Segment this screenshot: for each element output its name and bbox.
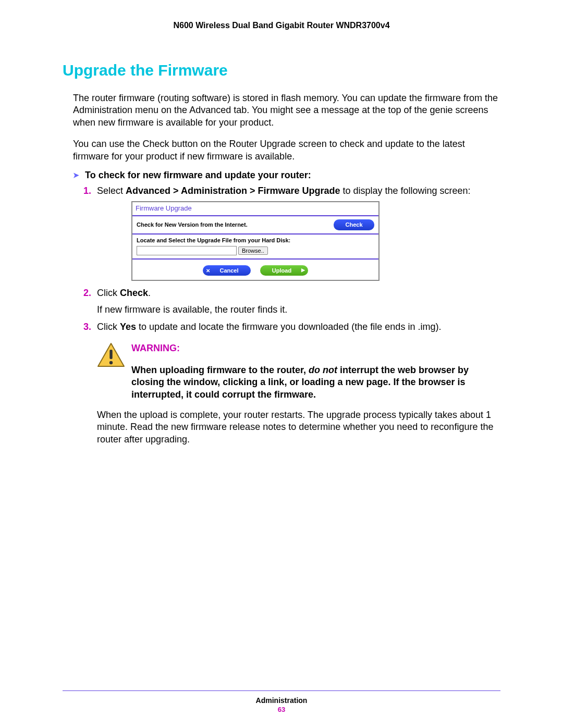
page-title: Upgrade the Firmware bbox=[63, 61, 500, 79]
warning-icon bbox=[97, 342, 125, 401]
step-text-bold: Check bbox=[120, 288, 148, 298]
arrow-right-icon: ▶ bbox=[301, 267, 305, 274]
step-text-bold: Advanced > Administration > Firmware Upg… bbox=[126, 186, 340, 196]
step-text: . bbox=[148, 288, 151, 298]
step-text: Select bbox=[97, 186, 126, 196]
check-version-row: Check for New Version from the Internet.… bbox=[132, 216, 378, 234]
warning-label: WARNING: bbox=[131, 342, 500, 354]
panel-footer: ✕ Cancel Upload ▶ bbox=[132, 260, 378, 280]
step-subtext: If new firmware is available, the router… bbox=[97, 304, 500, 316]
step-text: Click bbox=[97, 322, 120, 332]
firmware-upgrade-panel: Firmware Upgrade Check for New Version f… bbox=[131, 201, 380, 281]
check-version-label: Check for New Version from the Internet. bbox=[137, 221, 248, 228]
locate-file-row: Locate and Select the Upgrade File from … bbox=[132, 235, 378, 260]
cancel-button-label: Cancel bbox=[219, 267, 238, 274]
panel-title: Firmware Upgrade bbox=[132, 202, 378, 216]
step-number: 1. bbox=[83, 185, 91, 197]
cancel-button[interactable]: ✕ Cancel bbox=[203, 265, 251, 276]
svg-rect-1 bbox=[109, 350, 112, 359]
upload-button[interactable]: Upload ▶ bbox=[260, 265, 308, 276]
locate-file-label: Locate and Select the Upgrade File from … bbox=[137, 237, 374, 244]
browse-button[interactable]: Browse.. bbox=[238, 246, 268, 255]
svg-point-2 bbox=[109, 361, 113, 364]
procedure-arrow-icon: ➤ bbox=[73, 171, 79, 179]
step-2: 2. Click Check. If new firmware is avail… bbox=[83, 287, 500, 316]
step-1: 1. Select Advanced > Administration > Fi… bbox=[83, 185, 500, 281]
step-number: 3. bbox=[83, 321, 91, 333]
warning-body: When uploading firmware to the router, d… bbox=[131, 364, 500, 401]
step-text: to update and locate the firmware you do… bbox=[136, 322, 441, 332]
close-icon: ✕ bbox=[206, 267, 210, 274]
procedure-heading: ➤ To check for new firmware and update y… bbox=[73, 170, 500, 181]
warning-block: WARNING: When uploading firmware to the … bbox=[97, 342, 500, 401]
step-text: to display the following screen: bbox=[340, 186, 470, 196]
step-text-bold: Yes bbox=[120, 322, 136, 332]
upload-button-label: Upload bbox=[272, 267, 291, 274]
closing-paragraph: When the upload is complete, your router… bbox=[97, 409, 500, 446]
page-footer: Administration 63 bbox=[63, 690, 500, 713]
step-3: 3. Click Yes to update and locate the fi… bbox=[83, 321, 500, 333]
procedure-title: To check for new firmware and update you… bbox=[85, 170, 311, 180]
footer-page-number: 63 bbox=[63, 706, 500, 713]
footer-rule bbox=[63, 690, 500, 691]
step-number: 2. bbox=[83, 287, 91, 299]
step-text: Click bbox=[97, 288, 120, 298]
intro-paragraph-2: You can use the Check button on the Rout… bbox=[73, 138, 500, 163]
intro-paragraph-1: The router firmware (routing software) i… bbox=[73, 92, 500, 129]
check-button[interactable]: Check bbox=[334, 219, 374, 230]
footer-section-name: Administration bbox=[63, 696, 500, 705]
document-header: N600 Wireless Dual Band Gigabit Router W… bbox=[63, 21, 500, 30]
file-path-input[interactable] bbox=[137, 246, 237, 255]
